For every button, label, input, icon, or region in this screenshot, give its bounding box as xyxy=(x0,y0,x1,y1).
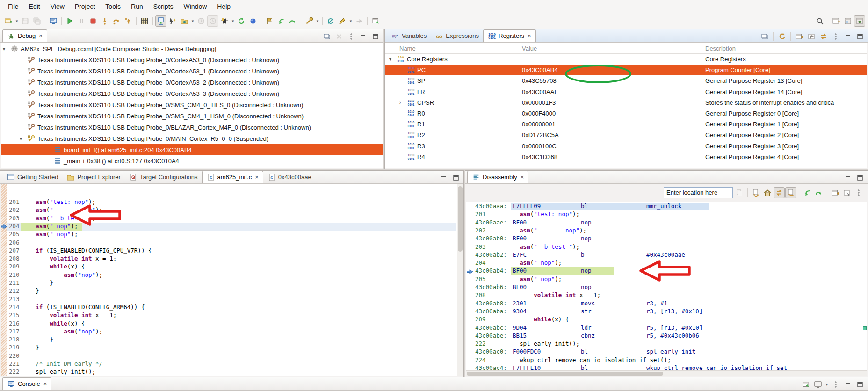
refresh-file-icon[interactable] xyxy=(750,187,761,198)
minimize-icon[interactable] xyxy=(842,172,854,183)
code-line-210[interactable]: 210 asm("nop"); xyxy=(1,271,456,279)
disassembly-source-row[interactable]: 222 spl_early_init(); xyxy=(466,340,867,348)
disassembly-source-row[interactable]: 208 volatile int x = 1; xyxy=(466,291,867,299)
line-number[interactable]: 211 xyxy=(9,279,20,286)
line-number[interactable]: 210 xyxy=(9,271,20,278)
maximize-icon[interactable] xyxy=(854,172,866,183)
line-number[interactable]: 206 xyxy=(9,239,20,246)
disassembly-instruction-row[interactable]: 43c00ab6:BF00nop xyxy=(466,283,867,291)
menu-file[interactable]: File xyxy=(3,0,24,13)
disassembly-source-row[interactable]: 201 asm("test: nop"); xyxy=(466,210,867,218)
console-view-icon[interactable] xyxy=(48,15,59,27)
sync-gold-icon[interactable] xyxy=(774,187,785,198)
code-line-217[interactable]: 217 asm("nop"); xyxy=(1,328,456,336)
step-green-icon[interactable] xyxy=(813,187,825,198)
code-line-215[interactable]: 215 volatile int x = 1; xyxy=(1,311,456,319)
line-number[interactable]: 204 xyxy=(9,223,20,230)
connect-target-icon[interactable] xyxy=(155,15,166,27)
column-value[interactable]: Value xyxy=(522,45,537,52)
disassembly-instruction-row[interactable]: 43c00ab4:BF00nop xyxy=(466,267,867,275)
code-line-202[interactable]: 202 asm(" nop"); xyxy=(1,206,456,214)
line-number[interactable]: 219 xyxy=(9,344,20,351)
new-window-green-icon[interactable] xyxy=(800,379,811,390)
dropdown-chevron-icon[interactable]: ▾ xyxy=(348,19,353,23)
code-line-201[interactable]: 201 asm("test: nop"); xyxy=(1,198,456,206)
menu-run[interactable]: Run xyxy=(126,0,148,13)
wrench-icon[interactable] xyxy=(304,15,315,27)
maximize-icon[interactable] xyxy=(854,31,866,42)
maximize-icon[interactable] xyxy=(370,31,381,42)
code-line-219[interactable]: 219 } xyxy=(1,344,456,352)
stack-frame-row[interactable]: board_init_f() at am625_init.c:204 0x43C… xyxy=(1,144,383,155)
flag-gold-icon[interactable] xyxy=(264,15,275,27)
line-number[interactable]: 202 xyxy=(9,206,20,213)
save-icon[interactable] xyxy=(20,15,31,27)
resume-green-icon[interactable] xyxy=(802,187,813,198)
line-number[interactable]: 208 xyxy=(9,255,20,262)
column-description[interactable]: Description xyxy=(705,45,736,52)
code-line-205[interactable]: 205 asm(" nop"); xyxy=(1,231,456,239)
code-editor[interactable]: 201 asm("test: nop");202 asm(" nop");203… xyxy=(1,184,463,376)
menu-view[interactable]: View xyxy=(45,0,70,13)
stop-icon[interactable] xyxy=(87,15,99,27)
code-line-216[interactable]: 216 while(x) { xyxy=(1,320,456,328)
pause-icon[interactable] xyxy=(76,15,87,27)
register-row-core-registers[interactable]: ▾AAA0101Core RegistersCore Registers xyxy=(385,54,867,65)
line-number[interactable]: 203 xyxy=(9,215,20,222)
disassembly-horizontal-scrollbar[interactable] xyxy=(466,370,867,376)
minimize-icon[interactable] xyxy=(438,172,449,183)
debug-tree-item[interactable]: ▾AM62x_SPL_Debug.ccxml [Code Composer St… xyxy=(1,43,383,54)
menu-edit[interactable]: Edit xyxy=(24,0,45,13)
pin-window-icon[interactable] xyxy=(806,31,817,42)
disassembly-instruction-row[interactable]: 43c00abe:BB15cbnzr5, #0x43c00b06 xyxy=(466,332,867,340)
forward-disabled-icon[interactable] xyxy=(354,15,365,27)
register-row-pc[interactable]: 10100101PC0x43C00AB4Program Counter [Cor… xyxy=(385,65,867,75)
disassembly-instruction-row[interactable]: 43c00ab0:BF00nop xyxy=(466,235,867,243)
line-number[interactable]: 213 xyxy=(9,296,20,303)
tab-debug[interactable]: Debug × xyxy=(2,29,47,42)
pointer-sparkle-icon[interactable] xyxy=(167,15,178,27)
close-tab-icon[interactable]: × xyxy=(521,174,524,181)
memory-grid-icon[interactable] xyxy=(139,15,150,27)
disassembly-instruction-row[interactable]: 43c00aae:BF00nop xyxy=(466,219,867,227)
link-file-icon[interactable] xyxy=(785,187,796,198)
view-menu-icon[interactable] xyxy=(346,31,357,42)
profile-clock-icon[interactable] xyxy=(195,15,207,27)
expand-arrow-icon[interactable]: ▾ xyxy=(3,46,5,51)
view-menu-icon[interactable] xyxy=(853,187,864,198)
view-menu-icon[interactable] xyxy=(830,31,841,42)
line-number[interactable]: 214 xyxy=(9,304,20,311)
code-line-204[interactable]: 204 asm(" nop"); xyxy=(1,223,456,231)
tab-target-configurations[interactable]: Target Configurations xyxy=(125,171,202,183)
code-line-211[interactable]: 211 } xyxy=(1,279,456,287)
code-line-220[interactable]: 220 xyxy=(1,352,456,360)
dropdown-chevron-icon[interactable]: ▾ xyxy=(825,382,829,387)
close-tab-icon[interactable]: × xyxy=(43,380,47,387)
cpp-perspective-icon[interactable] xyxy=(842,15,854,27)
code-line-209[interactable]: 209 while(x) { xyxy=(1,263,456,271)
register-row-r3[interactable]: 10100101R30x0000100CGeneral Purpose Regi… xyxy=(385,141,867,152)
search-icon[interactable] xyxy=(814,15,825,27)
refresh-gold-icon[interactable] xyxy=(776,31,788,42)
debug-tree-item[interactable]: Texas Instruments XDS110 USB Debug Probe… xyxy=(1,77,383,88)
new-launch-icon[interactable] xyxy=(3,15,14,27)
save-all-icon[interactable] xyxy=(31,15,43,27)
maximize-icon[interactable] xyxy=(450,172,462,183)
tab-registers[interactable]: 10100101 Registers × xyxy=(483,29,536,42)
sync-gold-icon[interactable] xyxy=(818,31,829,42)
column-name[interactable]: Name xyxy=(399,45,416,52)
disassembly-instruction-row[interactable]: 43c00ab8:2301movsr3, #1 xyxy=(466,300,867,308)
register-row-r4[interactable]: 10100101R40x43C1D368General Purpose Regi… xyxy=(385,152,867,162)
debug-tree-item[interactable]: Texas Instruments XDS110 USB Debug Probe… xyxy=(1,88,383,99)
dropdown-chevron-icon[interactable]: ▾ xyxy=(14,19,19,23)
dropdown-chevron-icon[interactable]: ▾ xyxy=(190,19,195,23)
minimize-icon[interactable] xyxy=(358,31,369,42)
disassembly-listing[interactable]: 43c00aaa:F7FFFE09blmmr_unlock201 asm("te… xyxy=(466,202,867,370)
menu-project[interactable]: Project xyxy=(70,0,101,13)
dropdown-chevron-icon[interactable]: ▾ xyxy=(231,19,235,23)
line-number[interactable]: 205 xyxy=(9,231,20,238)
minimize-icon[interactable] xyxy=(842,379,854,390)
disassembly-source-row[interactable]: 202 asm(" nop"); xyxy=(466,227,867,235)
stack-frame-row[interactable]: _main + 0x38 () at crt0.S:127 0x43C010A4 xyxy=(1,155,383,167)
step-return-icon[interactable] xyxy=(123,15,134,27)
